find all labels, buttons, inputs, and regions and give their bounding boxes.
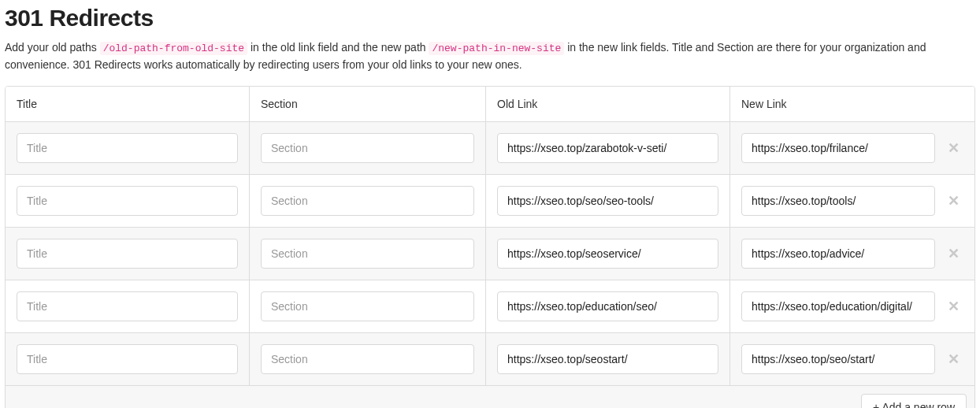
cell-new-link: ✕ [730, 228, 974, 280]
title-input[interactable] [17, 344, 238, 374]
old-link-input[interactable] [497, 344, 718, 374]
desc-text-1: Add your old paths [5, 41, 100, 54]
section-input[interactable] [261, 133, 474, 163]
table-row: ✕ [6, 122, 974, 175]
cell-title [6, 228, 250, 280]
table-row: ✕ [6, 228, 974, 280]
title-input[interactable] [17, 186, 238, 216]
table-header: Title Section Old Link New Link [6, 87, 974, 122]
table-row: ✕ [6, 333, 974, 385]
col-title: Title [6, 87, 250, 121]
section-input[interactable] [261, 344, 474, 374]
section-input[interactable] [261, 239, 474, 269]
new-link-input[interactable] [741, 133, 935, 163]
col-new-link: New Link [730, 87, 974, 121]
new-link-input[interactable] [741, 239, 935, 269]
desc-code-old: /old-path-from-old-site [100, 42, 247, 55]
cell-new-link: ✕ [730, 333, 974, 385]
title-input[interactable] [17, 239, 238, 269]
cell-old-link [486, 122, 730, 174]
old-link-input[interactable] [497, 186, 718, 216]
old-link-input[interactable] [497, 291, 718, 321]
new-link-input[interactable] [741, 291, 935, 321]
old-link-input[interactable] [497, 239, 718, 269]
delete-row-button[interactable]: ✕ [943, 296, 963, 317]
desc-code-new: /new-path-in-new-site [429, 42, 564, 55]
add-row-button[interactable]: + Add a new row [861, 394, 967, 409]
cell-old-link [486, 333, 730, 385]
cell-title [6, 175, 250, 227]
cell-old-link [486, 175, 730, 227]
delete-row-button[interactable]: ✕ [943, 138, 963, 158]
page-title: 301 Redirects [5, 5, 975, 32]
table-row: ✕ [6, 175, 974, 228]
table-footer: + Add a new row [6, 385, 974, 409]
new-link-input[interactable] [741, 344, 935, 374]
cell-section [250, 333, 486, 385]
cell-new-link: ✕ [730, 280, 974, 332]
desc-text-2: in the old link field and the new path [247, 41, 429, 54]
cell-new-link: ✕ [730, 175, 974, 227]
table-row: ✕ [6, 280, 974, 333]
cell-old-link [486, 228, 730, 280]
delete-row-button[interactable]: ✕ [943, 191, 963, 211]
delete-row-button[interactable]: ✕ [943, 349, 963, 369]
section-input[interactable] [261, 186, 474, 216]
col-section: Section [250, 87, 486, 121]
cell-section [250, 280, 486, 332]
delete-row-button[interactable]: ✕ [943, 243, 963, 264]
title-input[interactable] [17, 291, 238, 321]
redirects-table: Title Section Old Link New Link ✕✕✕✕✕ + … [5, 86, 975, 409]
cell-title [6, 280, 250, 332]
cell-new-link: ✕ [730, 122, 974, 174]
section-input[interactable] [261, 291, 474, 321]
cell-old-link [486, 280, 730, 332]
cell-title [6, 122, 250, 174]
cell-section [250, 122, 486, 174]
cell-section [250, 228, 486, 280]
new-link-input[interactable] [741, 186, 935, 216]
cell-section [250, 175, 486, 227]
old-link-input[interactable] [497, 133, 718, 163]
col-old-link: Old Link [486, 87, 730, 121]
page-description: Add your old paths /old-path-from-old-si… [5, 39, 975, 73]
table-body: ✕✕✕✕✕ [6, 122, 974, 385]
title-input[interactable] [17, 133, 238, 163]
cell-title [6, 333, 250, 385]
